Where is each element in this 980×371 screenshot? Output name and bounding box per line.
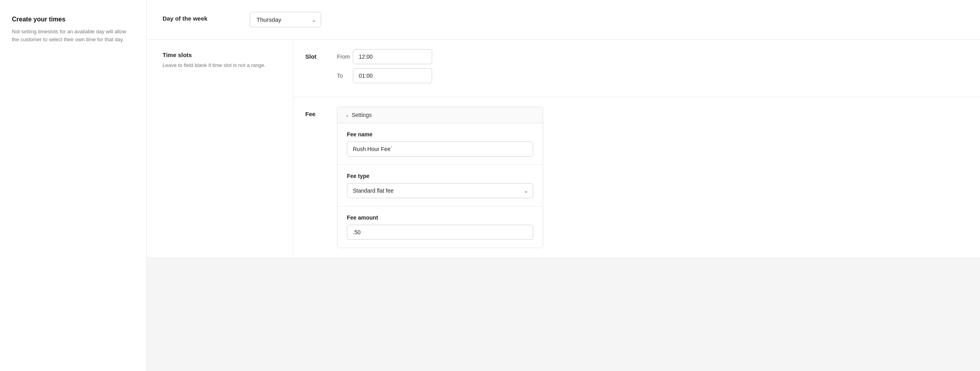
day-of-week-row: Day of the week Monday Tuesday Wednesday…	[147, 0, 980, 40]
fee-type-label: Fee type	[347, 173, 533, 179]
fee-amount-field: Fee amount	[337, 207, 543, 248]
timeslots-content: Slot From To Fee	[293, 40, 980, 258]
settings-body: Fee name Fee type Standard flat fee	[337, 123, 543, 248]
fee-amount-input[interactable]	[347, 225, 533, 240]
sidebar-description: Not setting timeslots for an available d…	[12, 28, 134, 43]
fee-type-select-wrapper: Standard flat fee Percentage fee Custom …	[347, 183, 533, 198]
fee-row: Fee ⌄ Settings Fee name	[293, 97, 980, 258]
to-field-row: To	[337, 68, 968, 83]
timeslots-label-col: Time slots Leave to field blank if time …	[147, 40, 293, 258]
settings-header: ⌄ Settings	[337, 107, 543, 123]
day-of-week-content: Monday Tuesday Wednesday Thursday Friday…	[250, 12, 964, 27]
fee-amount-label: Fee amount	[347, 214, 533, 221]
slot-col-content: From To	[337, 49, 968, 87]
timeslots-label-title: Time slots	[163, 52, 277, 58]
fee-name-label: Fee name	[347, 131, 533, 138]
from-label: From	[337, 54, 353, 60]
fee-col-content: ⌄ Settings Fee name	[337, 107, 543, 248]
to-label: To	[337, 73, 353, 79]
fee-type-select[interactable]: Standard flat fee Percentage fee Custom …	[347, 183, 533, 198]
slot-label: Slot	[305, 49, 337, 60]
settings-label: Settings	[352, 112, 372, 118]
day-select-wrapper: Monday Tuesday Wednesday Thursday Friday…	[250, 12, 321, 27]
fee-type-field: Fee type Standard flat fee Percentage fe…	[337, 165, 543, 207]
timeslots-label-desc: Leave to field blank if time slot is not…	[163, 61, 277, 69]
settings-box: ⌄ Settings Fee name	[337, 107, 543, 248]
sidebar: Create your times Not setting timeslots …	[0, 0, 147, 371]
main-content: Day of the week Monday Tuesday Wednesday…	[147, 0, 980, 371]
day-of-week-label: Day of the week	[163, 12, 250, 22]
fee-name-input[interactable]	[347, 142, 533, 157]
from-time-input[interactable]	[353, 49, 432, 64]
from-field-row: From	[337, 49, 968, 64]
sidebar-title: Create your times	[12, 16, 134, 23]
fee-name-field: Fee name	[337, 123, 543, 165]
slot-row: Slot From To	[293, 40, 980, 97]
day-select[interactable]: Monday Tuesday Wednesday Thursday Friday…	[250, 12, 321, 27]
to-time-input[interactable]	[353, 68, 432, 83]
timeslots-section: Time slots Leave to field blank if time …	[147, 40, 980, 258]
settings-chevron-down-icon: ⌄	[345, 112, 349, 118]
fee-label: Fee	[305, 107, 337, 117]
